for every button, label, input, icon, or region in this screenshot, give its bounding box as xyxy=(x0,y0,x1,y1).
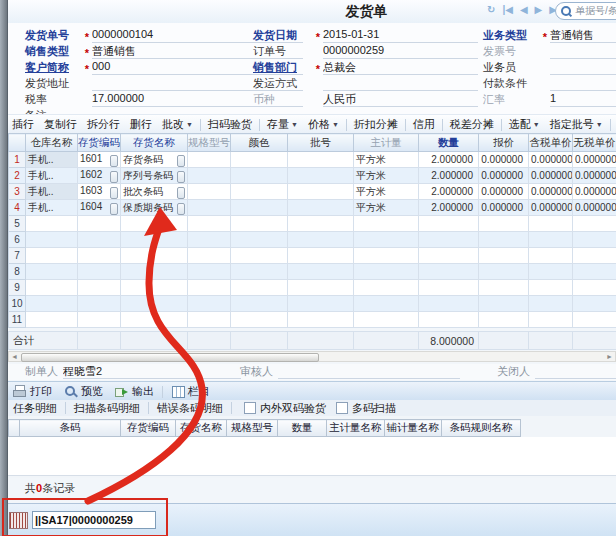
field-label[interactable]: 业务类型 xyxy=(483,28,540,43)
refresh-icon[interactable]: ↻ xyxy=(487,4,495,15)
toolbar-button[interactable]: 拆分行 xyxy=(82,117,125,132)
cell-batch[interactable] xyxy=(288,152,354,168)
cell-unit[interactable] xyxy=(354,216,419,232)
toolbar-button[interactable]: 信用 xyxy=(408,117,440,132)
cell-unit[interactable] xyxy=(354,232,419,248)
cell-notax_price[interactable] xyxy=(573,232,616,248)
cell-warehouse[interactable] xyxy=(26,296,78,312)
cell-notax_price[interactable] xyxy=(573,248,616,264)
scroll-right-icon[interactable]: ► xyxy=(606,352,613,361)
cell-tax_price[interactable] xyxy=(529,264,573,280)
cell-name[interactable] xyxy=(121,280,188,296)
cell-name[interactable] xyxy=(121,264,188,280)
cell-notax_price[interactable] xyxy=(573,264,616,280)
column-header[interactable]: 存货编码 xyxy=(78,134,121,152)
tab-2[interactable]: 错误条码明细 xyxy=(151,401,229,416)
cell-name[interactable]: 保质期条码 xyxy=(121,200,188,216)
cell-warehouse[interactable]: 手机.. xyxy=(26,184,78,200)
printer-button[interactable]: 打印 xyxy=(7,384,58,399)
tab-0[interactable]: 任务明细 xyxy=(7,401,63,416)
cell-warehouse[interactable] xyxy=(26,280,78,296)
checkbox-option[interactable]: 多码扫描 xyxy=(336,401,396,416)
field-label[interactable]: 客户简称 xyxy=(25,60,82,75)
reference-icon[interactable] xyxy=(110,155,118,167)
search-input[interactable]: 单据号/条 xyxy=(575,4,616,18)
cell-code[interactable] xyxy=(78,264,121,280)
cell-quote[interactable]: 0.000000 xyxy=(479,168,529,184)
toolbar-button[interactable]: 复制行 xyxy=(39,117,82,132)
cell-spec[interactable] xyxy=(188,280,231,296)
row-number[interactable]: 1 xyxy=(9,152,26,168)
export-button[interactable]: 输出 xyxy=(109,384,160,399)
cell-code[interactable] xyxy=(78,312,121,328)
cell-code[interactable]: 1604 xyxy=(78,200,121,216)
cell-code[interactable] xyxy=(78,296,121,312)
barcode-grid-body[interactable] xyxy=(8,437,616,476)
cell-code[interactable] xyxy=(78,280,121,296)
cell-spec[interactable] xyxy=(188,200,231,216)
cell-notax_price[interactable] xyxy=(573,216,616,232)
cell-name[interactable] xyxy=(121,296,188,312)
barcode-column-header[interactable]: 主计量名称 xyxy=(327,420,385,437)
cell-warehouse[interactable] xyxy=(26,232,78,248)
field-value[interactable]: 2015-01-31 xyxy=(323,28,478,43)
cell-qty[interactable] xyxy=(419,216,479,232)
cell-warehouse[interactable] xyxy=(26,312,78,328)
toolbar-button[interactable]: 删行 xyxy=(125,117,157,132)
cell-unit[interactable] xyxy=(354,248,419,264)
cell-qty[interactable] xyxy=(419,296,479,312)
toolbar-button[interactable]: 存量▼ xyxy=(262,117,303,132)
cell-batch[interactable] xyxy=(288,232,354,248)
columns-button[interactable]: 栏目 xyxy=(165,384,216,399)
cell-warehouse[interactable] xyxy=(26,216,78,232)
barcode-column-header[interactable]: 数量 xyxy=(278,420,327,437)
cell-batch[interactable] xyxy=(288,184,354,200)
cell-batch[interactable] xyxy=(288,200,354,216)
cell-spec[interactable] xyxy=(188,232,231,248)
cell-color[interactable] xyxy=(231,216,288,232)
toolbar-button[interactable]: 扫码验货 xyxy=(203,117,257,132)
reference-icon[interactable] xyxy=(177,187,185,199)
cell-unit[interactable]: 平方米 xyxy=(354,184,419,200)
cell-color[interactable] xyxy=(231,152,288,168)
cell-color[interactable] xyxy=(231,184,288,200)
field-label[interactable]: 发货日期 xyxy=(253,28,313,43)
chevron-down-icon[interactable]: ▼ xyxy=(332,121,339,128)
cell-color[interactable] xyxy=(231,312,288,328)
field-value[interactable]: 0000000259 xyxy=(323,44,478,59)
cell-unit[interactable]: 平方米 xyxy=(354,152,419,168)
field-value[interactable]: 人民币 xyxy=(323,92,478,107)
cell-code[interactable]: 1601 xyxy=(78,152,121,168)
cell-name[interactable] xyxy=(121,232,188,248)
cell-color[interactable] xyxy=(231,296,288,312)
cell-unit[interactable] xyxy=(354,312,419,328)
prev-icon[interactable]: ◀ xyxy=(520,4,528,15)
cell-quote[interactable] xyxy=(479,216,529,232)
row-number[interactable]: 11 xyxy=(9,312,26,328)
barcode-scan-input[interactable] xyxy=(32,511,156,529)
cell-quote[interactable]: 0.000000 xyxy=(479,200,529,216)
cell-batch[interactable] xyxy=(288,296,354,312)
cell-tax_price[interactable] xyxy=(529,296,573,312)
scroll-left-icon[interactable]: ◄ xyxy=(11,352,18,361)
row-number[interactable]: 4 xyxy=(9,200,26,216)
cell-qty[interactable] xyxy=(419,232,479,248)
cell-spec[interactable] xyxy=(188,216,231,232)
cell-notax_price[interactable]: 0.000000 xyxy=(573,168,616,184)
field-value[interactable] xyxy=(323,76,478,91)
cell-code[interactable] xyxy=(78,248,121,264)
barcode-column-header[interactable]: 辅计量名称 xyxy=(384,420,442,437)
field-value[interactable] xyxy=(550,60,616,75)
cell-unit[interactable]: 平方米 xyxy=(354,200,419,216)
checkbox-option[interactable]: 内外双码验货 xyxy=(244,401,326,416)
reference-icon[interactable] xyxy=(110,203,118,215)
cell-quote[interactable] xyxy=(479,280,529,296)
cell-warehouse[interactable]: 手机.. xyxy=(26,168,78,184)
search-box[interactable]: 单据号/条 xyxy=(555,2,616,20)
cell-batch[interactable] xyxy=(288,168,354,184)
toolbar-button[interactable]: 插行 xyxy=(7,117,39,132)
cell-batch[interactable] xyxy=(288,264,354,280)
cell-spec[interactable] xyxy=(188,168,231,184)
cell-name[interactable] xyxy=(121,248,188,264)
cell-warehouse[interactable] xyxy=(26,248,78,264)
